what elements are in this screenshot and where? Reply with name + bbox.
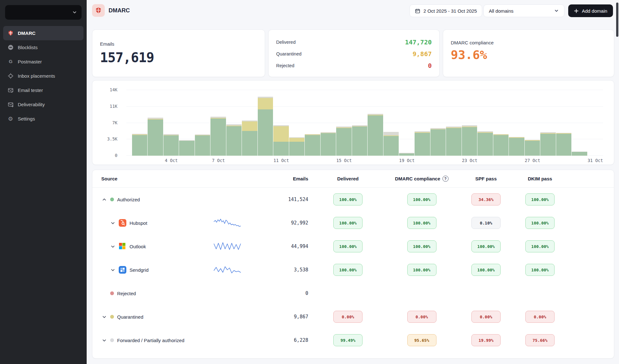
- source-label: Outlook: [130, 244, 146, 249]
- expander-chevron-up-icon[interactable]: [101, 197, 107, 202]
- badge-hubspot-1: 100.00%: [407, 217, 436, 229]
- bar-24-oct: [477, 90, 493, 156]
- col-delivered: Delivered: [308, 176, 388, 181]
- source-cell: Forwarded / Partially authorized: [101, 337, 203, 343]
- bar-segment-delivered: [525, 141, 540, 156]
- table-body: Authorized141,524100.00%100.00%34.36%100…: [92, 188, 614, 352]
- compliance-card: DMARC compliance 93.6%: [443, 29, 614, 77]
- bar-6-oct: [195, 90, 210, 156]
- sidebar-item-postmaster[interactable]: GPostmaster: [3, 55, 83, 69]
- x-axis-tick: 4 Oct: [165, 158, 178, 163]
- rejected-status-dot: [110, 291, 114, 295]
- table-header-row: SourceEmailsDeliveredDMARC compliance?SP…: [92, 170, 614, 188]
- expander-chevron-down-icon[interactable]: [110, 267, 116, 273]
- bar-segment-delivered: [195, 135, 210, 156]
- sidebar-item-blocklists[interactable]: Blocklists: [3, 40, 83, 55]
- help-icon[interactable]: ?: [443, 176, 449, 182]
- bar-segment-delivered: [462, 127, 477, 156]
- compliance-value: 93.6%: [451, 48, 606, 62]
- bar-12-oct: [289, 90, 305, 156]
- expander-chevron-down-icon[interactable]: [110, 244, 116, 249]
- y-axis-tick: 0: [115, 153, 117, 158]
- plus-icon: [574, 9, 579, 13]
- bar-7-oct: [210, 90, 226, 156]
- chevron-down-icon: [554, 8, 559, 13]
- bar-2-oct: [132, 90, 148, 156]
- sidebar-item-deliverability[interactable]: Deliverability: [3, 97, 83, 112]
- bar-21-oct: [430, 90, 446, 156]
- add-domain-button[interactable]: Add domain: [568, 4, 613, 17]
- domain-filter-value: All domains: [489, 8, 514, 14]
- bar-segment-delivered: [163, 135, 179, 156]
- google-g-icon: G: [7, 59, 14, 65]
- badge-forwarded-0: 99.49%: [333, 334, 363, 346]
- minus-circle-icon: [7, 44, 14, 51]
- workspace-dropdown[interactable]: [5, 5, 82, 20]
- table-row-quarantined[interactable]: Quarantined9,8670.00%0.00%0.00%0.00%: [92, 305, 614, 328]
- bar-segment-delivered: [352, 127, 367, 156]
- emails-count: 0: [251, 290, 308, 296]
- bar-segment-delivered: [446, 128, 461, 156]
- bar-segment-delivered: [493, 135, 509, 156]
- vertical-scrollbar[interactable]: [616, 3, 618, 37]
- outcome-value: 0: [428, 62, 432, 69]
- bar-25-oct: [493, 90, 509, 156]
- source-cell: Hubspot: [101, 219, 203, 227]
- sources-table-card: SourceEmailsDeliveredDMARC compliance?SP…: [92, 170, 614, 359]
- source-cell: Quarantined: [101, 314, 203, 320]
- expander-chevron-down-icon[interactable]: [101, 314, 107, 320]
- emails-label: Emails: [100, 41, 257, 47]
- bar-9-oct: [242, 90, 257, 156]
- sidebar-item-inbox-placements[interactable]: Inbox placements: [3, 69, 83, 83]
- emails-count: 3,538: [251, 267, 308, 273]
- sidebar-item-label: Deliverability: [18, 102, 45, 107]
- outcome-row-rejected: Rejected0: [276, 60, 432, 71]
- bar-28-oct: [540, 90, 556, 156]
- source-cell: Rejected: [101, 290, 203, 296]
- sidebar: DMARCBlocklistsGPostmasterInbox placemen…: [0, 0, 87, 364]
- table-row-hubspot[interactable]: Hubspot92,992100.00%100.00%0.10%100.00%: [92, 211, 614, 235]
- table-row-rejected[interactable]: Rejected0: [92, 282, 614, 305]
- badge-quarantined-0: 0.00%: [333, 311, 363, 323]
- sidebar-item-label: DMARC: [18, 30, 36, 36]
- table-row-authorized[interactable]: Authorized141,524100.00%100.00%34.36%100…: [92, 188, 614, 211]
- date-range-picker[interactable]: 2 Oct 2025 - 31 Oct 2025: [409, 4, 482, 17]
- dmarc-shield-icon: [92, 4, 105, 17]
- x-axis-tick: 31 Oct: [588, 158, 603, 163]
- source-label: Quarantined: [117, 314, 143, 320]
- badge-authorized-0: 100.00%: [333, 193, 363, 205]
- bar-segment-quarantined: [273, 126, 289, 142]
- bar-segment-delivered: [430, 129, 446, 156]
- expander-chevron-down-icon[interactable]: [101, 337, 107, 343]
- source-label: Sendgrid: [130, 267, 149, 273]
- bar-15-oct: [336, 90, 352, 156]
- expander-chevron-down-icon[interactable]: [110, 220, 116, 226]
- sidebar-item-label: Blocklists: [18, 45, 38, 50]
- table-row-outlook[interactable]: Outlook44,994100.00%100.00%100.00%100.00…: [92, 235, 614, 258]
- bar-segment-delivered: [415, 133, 430, 156]
- domain-filter-select[interactable]: All domains: [483, 4, 564, 17]
- add-domain-label: Add domain: [582, 8, 607, 14]
- sidebar-item-dmarc[interactable]: DMARC: [3, 26, 83, 40]
- badge-forwarded-1: 95.65%: [407, 334, 436, 346]
- x-axis-tick: 11 Oct: [274, 158, 289, 163]
- badge-hubspot-0: 100.00%: [333, 217, 363, 229]
- table-row-sendgrid[interactable]: Sendgrid3,538100.00%100.00%100.00%100.00…: [92, 258, 614, 282]
- bar-5-oct: [179, 90, 195, 156]
- emails-count: 44,994: [251, 244, 308, 249]
- table-row-forwarded[interactable]: Forwarded / Partially authorized6,22899.…: [92, 328, 614, 352]
- badge-outlook-1: 100.00%: [407, 240, 436, 252]
- sidebar-item-settings[interactable]: ⚙︎Settings: [3, 112, 83, 126]
- bar-10-oct: [258, 90, 273, 156]
- emails-count: 92,992: [251, 220, 308, 226]
- bar-segment-delivered: [132, 135, 147, 156]
- badge-hubspot-2: 0.10%: [471, 217, 501, 229]
- sidebar-item-email-tester[interactable]: Email tester: [3, 83, 83, 97]
- date-range-label: 2 Oct 2025 - 31 Oct 2025: [423, 8, 477, 14]
- bar-segment-delivered: [258, 109, 273, 156]
- sidebar-item-label: Inbox placements: [18, 73, 55, 79]
- bar-26-oct: [509, 90, 524, 156]
- badge-sendgrid-2: 100.00%: [471, 264, 501, 276]
- outcome-label: Rejected: [276, 63, 294, 68]
- emails-count: 141,524: [251, 197, 308, 202]
